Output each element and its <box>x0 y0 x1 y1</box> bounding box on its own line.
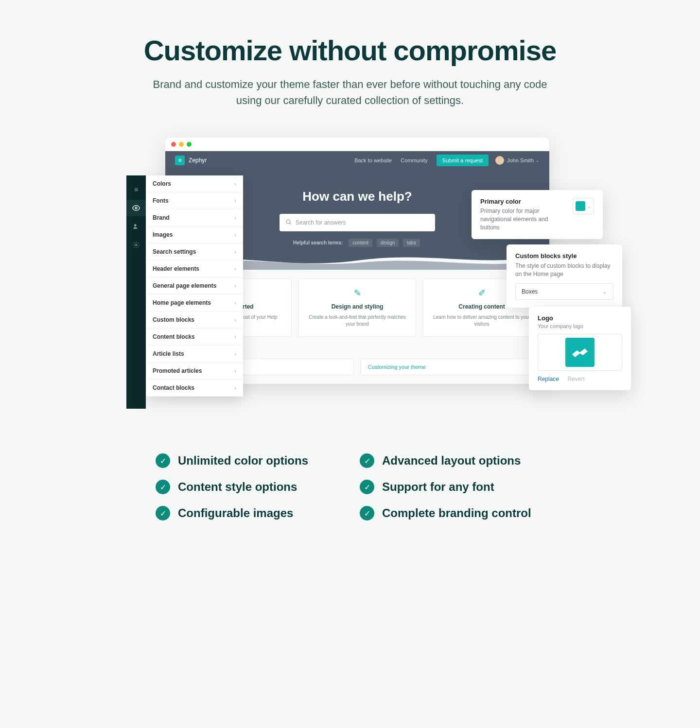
popover-desc: The style of custom blocks to display on… <box>515 262 613 278</box>
revert-button[interactable]: Revert <box>567 376 584 382</box>
feature-label: Content style options <box>178 480 297 494</box>
feature-item: ✓ Unlimited color options <box>156 453 340 468</box>
popover-title: Primary color <box>480 198 566 205</box>
terms-label: Helpful search terms: <box>293 240 343 245</box>
chevron-right-icon: › <box>234 300 236 306</box>
brand-name: Zephyr <box>189 157 207 164</box>
design-icon: ✎ <box>352 288 363 298</box>
settings-panel: Colors› Fonts› Brand› Images› Search set… <box>146 175 243 397</box>
card-desc: Create a look-and-feel that perfectly ma… <box>306 314 409 328</box>
settings-item-article-lists[interactable]: Article lists› <box>146 346 243 363</box>
settings-item-promoted[interactable]: Promoted articles› <box>146 363 243 380</box>
product-mockup: ≡ Zephyr Back to website Community Submi… <box>126 138 574 424</box>
settings-item-brand[interactable]: Brand› <box>146 209 243 226</box>
editor-rail: ≡ <box>126 175 146 409</box>
feature-item: ✓ Support for any font <box>360 480 544 494</box>
check-icon: ✓ <box>360 480 374 494</box>
feature-label: Unlimited color options <box>178 454 308 468</box>
avatar[interactable] <box>495 156 504 165</box>
chevron-right-icon: › <box>234 215 236 221</box>
chevron-right-icon: › <box>234 283 236 289</box>
term-tag[interactable]: content <box>349 239 372 247</box>
popover-desc: Your company logo <box>538 323 622 329</box>
settings-item-colors[interactable]: Colors› <box>146 175 243 192</box>
settings-item-header[interactable]: Header elements› <box>146 260 243 277</box>
chevron-right-icon: › <box>234 249 236 255</box>
feature-label: Advanced layout options <box>382 454 521 468</box>
feature-item: ✓ Complete branding control <box>360 506 544 520</box>
svg-point-3 <box>134 224 137 226</box>
popover-title: Custom blocks style <box>515 252 613 260</box>
category-card[interactable]: ✎ Design and styling Create a look-and-f… <box>298 278 416 337</box>
chevron-right-icon: › <box>234 266 236 272</box>
term-tag[interactable]: tabs <box>403 239 420 247</box>
settings-item-fonts[interactable]: Fonts› <box>146 192 243 209</box>
feature-label: Support for any font <box>382 480 494 494</box>
maximize-icon <box>187 142 192 147</box>
chevron-right-icon: › <box>234 368 236 374</box>
settings-item-general[interactable]: General page elements› <box>146 277 243 295</box>
chevron-right-icon: › <box>234 181 236 187</box>
promoted-article-link[interactable]: Customizing your theme <box>361 359 541 375</box>
settings-item-content-blocks[interactable]: Content blocks› <box>146 329 243 346</box>
feature-item: ✓ Configurable images <box>156 506 340 520</box>
logo-image <box>565 338 595 367</box>
window-controls <box>165 138 549 151</box>
layout-icon[interactable]: ≡ <box>126 181 146 198</box>
chevron-down-icon: ⌄ <box>602 288 607 295</box>
feature-label: Configurable images <box>178 506 293 520</box>
logo-popover: Logo Your company logo Replace Revert <box>529 307 631 390</box>
select-value: Boxes <box>522 288 538 295</box>
svg-point-0 <box>286 220 290 224</box>
nav-back-link[interactable]: Back to website <box>354 157 392 163</box>
popover-title: Logo <box>538 314 622 322</box>
chevron-down-icon: ⌄ <box>587 204 591 209</box>
settings-item-search[interactable]: Search settings› <box>146 243 243 260</box>
settings-item-home[interactable]: Home page elements› <box>146 295 243 312</box>
chevron-right-icon: › <box>234 232 236 238</box>
check-icon: ✓ <box>156 480 170 494</box>
svg-line-1 <box>290 223 291 224</box>
close-icon <box>171 142 176 147</box>
svg-point-2 <box>135 207 137 209</box>
settings-item-custom-blocks[interactable]: Custom blocks› <box>146 312 243 329</box>
feature-label: Complete branding control <box>382 506 531 520</box>
chevron-right-icon: › <box>234 317 236 323</box>
search-icon <box>285 219 292 226</box>
minimize-icon <box>179 142 184 147</box>
color-swatch <box>576 201 585 211</box>
user-name[interactable]: John Smith <box>507 157 534 163</box>
chevron-right-icon: › <box>234 385 236 391</box>
settings-item-images[interactable]: Images› <box>146 226 243 243</box>
page-title: Customize without compromise <box>88 34 612 67</box>
term-tag[interactable]: design <box>377 239 399 247</box>
custom-blocks-popover: Custom blocks style The style of custom … <box>507 244 622 308</box>
blocks-style-select[interactable]: Boxes ⌄ <box>515 283 613 300</box>
card-desc: Learn how to deliver amazing content to … <box>430 314 533 328</box>
page-subtitle: Brand and customize your theme faster th… <box>151 76 549 108</box>
gear-icon[interactable] <box>126 237 146 253</box>
replace-button[interactable]: Replace <box>538 376 559 382</box>
popover-desc: Primary color for major navigational ele… <box>480 207 566 231</box>
app-header: ≡ Zephyr Back to website Community Submi… <box>165 151 549 170</box>
check-icon: ✓ <box>360 453 374 468</box>
search-input[interactable]: Search for answers <box>280 214 435 231</box>
edit-icon: ✐ <box>476 288 487 298</box>
svg-point-4 <box>135 244 137 246</box>
eye-icon[interactable] <box>126 200 146 216</box>
submit-request-button[interactable]: Submit a request <box>437 155 489 166</box>
nav-community-link[interactable]: Community <box>401 157 428 163</box>
brand-logo-icon: ≡ <box>175 156 185 165</box>
users-icon[interactable] <box>126 218 146 235</box>
settings-item-contact[interactable]: Contact blocks› <box>146 380 243 397</box>
chevron-right-icon: › <box>234 334 236 340</box>
primary-color-popover: Primary color Primary color for major na… <box>472 190 603 239</box>
feature-item: ✓ Advanced layout options <box>360 453 544 468</box>
search-placeholder: Search for answers <box>296 219 346 226</box>
feature-list: ✓ Unlimited color options ✓ Advanced lay… <box>156 453 544 520</box>
check-icon: ✓ <box>360 506 374 520</box>
feature-item: ✓ Content style options <box>156 480 340 494</box>
color-swatch-picker[interactable]: ⌄ <box>573 198 594 214</box>
card-title: Design and styling <box>306 303 409 310</box>
check-icon: ✓ <box>156 453 170 468</box>
